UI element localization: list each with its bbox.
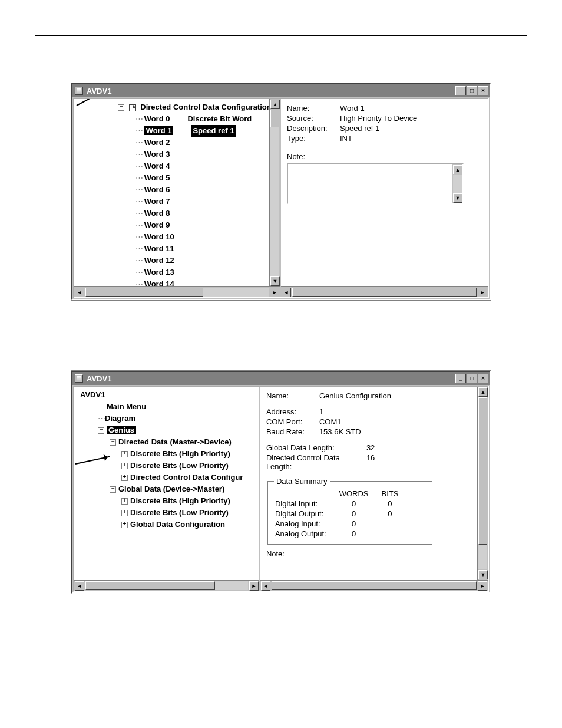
word-label: Word 5 <box>144 173 170 182</box>
tree-global-data-config[interactable]: +Global Data Configuration <box>80 519 259 531</box>
tree-connector-icon: ⋯ <box>135 114 144 123</box>
tree-word-item[interactable]: ⋯ Word 9 <box>77 219 280 231</box>
scroll-thumb-h[interactable] <box>292 288 477 297</box>
close-button[interactable]: × <box>478 86 488 95</box>
scroll-thumb[interactable] <box>270 110 279 127</box>
titlebar[interactable]: AVDV1 _ □ × <box>72 84 490 97</box>
tree-word-item[interactable]: ⋯ Word 0Discrete Bit Word <box>77 113 280 125</box>
titlebar[interactable]: AVDV1 _ □ × <box>72 372 490 385</box>
maximize-button[interactable]: □ <box>467 374 477 383</box>
scroll-down-button[interactable]: ▼ <box>270 276 280 286</box>
tree-word-item[interactable]: ⋯ Word 8 <box>77 207 280 219</box>
expand-icon[interactable]: + <box>121 475 128 481</box>
tree-discrete-bits-low[interactable]: +Discrete Bits (Low Priority) <box>80 460 259 472</box>
tree-word-item[interactable]: ⋯ Word 6 <box>77 184 280 196</box>
tree-header-node[interactable]: − Directed Control Data Configuration <box>77 101 280 113</box>
word-label: Word 14 <box>144 279 174 286</box>
tree-discrete-bits-high-2[interactable]: +Discrete Bits (High Priority) <box>80 495 259 507</box>
detail-horizontal-scrollbar[interactable]: ◄ ► <box>260 580 488 591</box>
expand-icon[interactable]: + <box>121 522 128 528</box>
tree-diagram[interactable]: ⋯Diagram <box>80 413 259 424</box>
expand-icon[interactable]: + <box>98 404 104 410</box>
tree-word-item[interactable]: ⋯ Word 14 <box>77 278 280 286</box>
tree-word-item[interactable]: ⋯ Word 12 <box>77 255 280 266</box>
scroll-up-button[interactable]: ▲ <box>478 387 488 397</box>
minimize-button[interactable]: _ <box>455 374 466 383</box>
close-button[interactable]: × <box>478 374 488 383</box>
detail-pane: Name:Genius Configuration Address:1 COM … <box>260 387 488 591</box>
window-directed-control: AVDV1 _ □ × − Directed Control Data Conf… <box>71 83 491 300</box>
tree-discrete-bits-high[interactable]: +Discrete Bits (High Priority) <box>80 448 259 460</box>
expand-icon[interactable]: + <box>121 451 128 457</box>
di-bits: 0 <box>381 499 410 508</box>
tree-connector-icon: ⋯ <box>135 279 144 286</box>
maximize-button[interactable]: □ <box>467 86 477 95</box>
word-label: Word 1 <box>144 126 174 135</box>
tree-horizontal-scrollbar[interactable]: ◄ ► <box>74 580 259 591</box>
tree-connector-icon: ⋯ <box>135 138 144 147</box>
note-textarea[interactable]: ▲ ▼ <box>287 163 464 205</box>
system-menu-icon[interactable] <box>75 87 83 95</box>
word-label: Word 3 <box>144 150 170 159</box>
scroll-down-button[interactable]: ▼ <box>478 570 488 579</box>
scroll-thumb-h[interactable] <box>272 581 477 590</box>
scroll-right-button[interactable]: ► <box>478 581 487 591</box>
tree-horizontal-scrollbar[interactable]: ◄ ► <box>74 286 280 297</box>
address-value: 1 <box>319 407 323 416</box>
tree-word-item[interactable]: ⋯ Word 3 <box>77 149 280 160</box>
scroll-thumb-h[interactable] <box>85 288 203 297</box>
tree-root[interactable]: AVDV1 <box>80 389 259 401</box>
scroll-left-button[interactable]: ◄ <box>261 581 270 591</box>
note-scrollbar[interactable]: ▲ ▼ <box>452 164 462 203</box>
ao-words: 0 <box>339 529 381 538</box>
comport-value: COM1 <box>319 417 342 426</box>
col-bits: BITS <box>381 489 410 498</box>
scroll-right-button[interactable]: ► <box>270 288 279 297</box>
tree-word-item[interactable]: ⋯ Word 2 <box>77 137 280 149</box>
scroll-right-button[interactable]: ► <box>478 288 487 297</box>
minimize-button[interactable]: _ <box>455 86 466 95</box>
scroll-right-button[interactable]: ► <box>249 581 259 591</box>
tree-main-menu[interactable]: +Main Menu <box>80 401 259 413</box>
detail-vertical-scrollbar[interactable]: ▲ ▼ <box>477 387 488 580</box>
system-menu-icon[interactable] <box>75 374 83 383</box>
do-bits: 0 <box>381 509 410 518</box>
detail-pane: Name:Word 1 Source:High Priority To Devi… <box>281 99 488 297</box>
tree-genius[interactable]: −Genius <box>80 424 259 436</box>
collapse-icon[interactable]: − <box>110 439 116 446</box>
tree-word-item[interactable]: ⋯ Word 5 <box>77 172 280 184</box>
scroll-thumb[interactable] <box>478 397 487 545</box>
word-label: Word 10 <box>144 232 174 241</box>
tree-word-item[interactable]: ⋯ Word 11 <box>77 243 280 255</box>
collapse-icon[interactable]: − <box>110 486 116 493</box>
scroll-up-button[interactable]: ▲ <box>270 100 280 109</box>
tree-word-item[interactable]: ⋯ Word 7 <box>77 196 280 207</box>
collapse-icon[interactable]: − <box>118 104 124 111</box>
detail-horizontal-scrollbar[interactable]: ◄ ► <box>281 286 488 297</box>
collapse-icon[interactable]: − <box>98 427 104 434</box>
tree-word-item[interactable]: ⋯ Word 4 <box>77 160 280 172</box>
tree-directed-control-data-config[interactable]: +Directed Control Data Configur <box>80 472 259 483</box>
description-label: Description: <box>287 124 340 133</box>
tree-word-item[interactable]: ⋯ Word 13 <box>77 266 280 278</box>
scroll-up-button[interactable]: ▲ <box>453 165 462 174</box>
expand-icon[interactable]: + <box>121 463 128 469</box>
tree-directed-data[interactable]: −Directed Data (Master->Device) <box>80 436 259 448</box>
scroll-left-button[interactable]: ◄ <box>282 288 291 297</box>
expand-icon[interactable]: + <box>121 510 128 516</box>
window-genius-config: AVDV1 _ □ × AVDV1 +Main Menu ⋯Diagram −G… <box>71 371 491 594</box>
tree-pane: − Directed Control Data Configuration ⋯ … <box>74 99 281 297</box>
scroll-left-button[interactable]: ◄ <box>75 581 84 591</box>
scroll-down-button[interactable]: ▼ <box>453 193 462 203</box>
data-summary-group: Data Summary WORDSBITS Digital Input:00 … <box>267 477 432 545</box>
tree-global-data[interactable]: −Global Data (Device->Master) <box>80 483 259 495</box>
tree-word-item[interactable]: ⋯ Word 10 <box>77 231 280 243</box>
scroll-thumb-h[interactable] <box>85 581 215 590</box>
scroll-left-button[interactable]: ◄ <box>75 288 84 297</box>
di-label: Digital Input: <box>275 499 338 508</box>
tree-vertical-scrollbar[interactable]: ▲ ▼ <box>269 99 280 286</box>
tree-discrete-bits-low-2[interactable]: +Discrete Bits (Low Priority) <box>80 507 259 519</box>
expand-icon[interactable]: + <box>121 498 128 505</box>
tree-word-item[interactable]: ⋯ Word 1Speed ref 1 <box>77 125 280 137</box>
type-label: Type: <box>287 134 340 143</box>
